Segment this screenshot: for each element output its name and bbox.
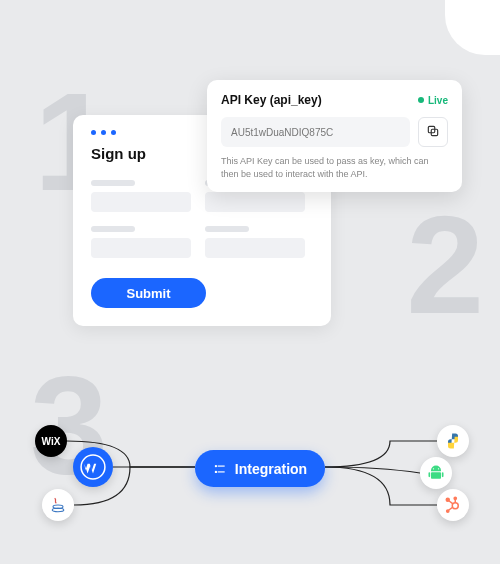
wordpress-icon bbox=[73, 447, 113, 487]
python-icon bbox=[437, 425, 469, 457]
android-icon bbox=[420, 457, 452, 489]
apikey-card: API Key (api_key) Live This API Key can … bbox=[207, 80, 462, 192]
integration-label: Integration bbox=[235, 461, 307, 477]
skeleton-field bbox=[205, 192, 305, 212]
skeleton-label bbox=[91, 226, 135, 232]
svg-point-9 bbox=[433, 468, 434, 469]
svg-point-16 bbox=[454, 497, 456, 499]
integration-section: Integration WiX bbox=[0, 395, 500, 555]
svg-point-10 bbox=[438, 468, 439, 469]
corner-notch bbox=[445, 0, 500, 55]
copy-button[interactable] bbox=[418, 117, 448, 147]
svg-rect-13 bbox=[442, 472, 444, 477]
apikey-input[interactable] bbox=[221, 117, 410, 147]
svg-point-18 bbox=[447, 510, 449, 512]
submit-button[interactable]: Submit bbox=[91, 278, 206, 308]
svg-point-20 bbox=[446, 498, 449, 501]
copy-icon bbox=[426, 124, 440, 141]
wix-icon: WiX bbox=[35, 425, 67, 457]
integration-icon bbox=[213, 462, 227, 476]
step-number-2: 2 bbox=[406, 195, 484, 335]
skeleton-label bbox=[91, 180, 135, 186]
skeleton-field bbox=[205, 238, 305, 258]
java-icon bbox=[42, 489, 74, 521]
hubspot-icon bbox=[437, 489, 469, 521]
svg-rect-11 bbox=[431, 472, 441, 479]
svg-point-4 bbox=[215, 470, 217, 472]
svg-point-2 bbox=[215, 464, 217, 466]
integration-pill[interactable]: Integration bbox=[195, 450, 325, 487]
svg-rect-3 bbox=[217, 465, 224, 466]
svg-rect-12 bbox=[429, 472, 431, 477]
skeleton-field bbox=[91, 192, 191, 212]
svg-rect-5 bbox=[217, 471, 224, 472]
live-badge: Live bbox=[418, 95, 448, 106]
skeleton-field bbox=[91, 238, 191, 258]
apikey-title: API Key (api_key) bbox=[221, 93, 322, 107]
svg-point-8 bbox=[52, 508, 64, 511]
apikey-description: This API Key can be used to pass as key,… bbox=[221, 155, 448, 180]
skeleton-label bbox=[205, 226, 249, 232]
